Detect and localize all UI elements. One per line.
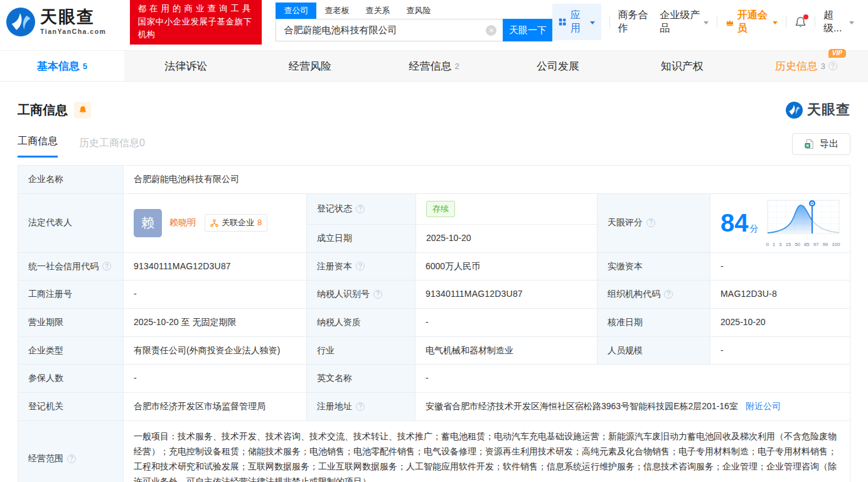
chart-x-axis-ticks: 0 1 3 15 50 85 97 99 100: [766, 242, 840, 247]
org-code-label-cell: 组织机构代码: [597, 281, 710, 308]
slogan-line2: 国家中小企业发展子基金旗下机构: [137, 16, 254, 42]
reg-status-label-cell: 登记状态: [307, 194, 415, 224]
taxpayer-id-value: 91340111MAG12D3U87: [415, 281, 597, 308]
business-term-label: 营业期限: [18, 309, 123, 336]
english-name-label: 英文名称: [306, 365, 415, 392]
help-icon[interactable]: [646, 218, 655, 227]
search-tab-boss[interactable]: 查老板: [316, 3, 357, 19]
apps-label: 应用: [571, 9, 586, 35]
approval-date-label: 核准日期: [597, 309, 710, 336]
reg-address-cell: 安徽省合肥市经济技术开发区海恒社区宿松路3963号智能科技园E栋2层201-16…: [415, 393, 850, 420]
help-icon[interactable]: [356, 402, 365, 411]
tab-intellectual-property[interactable]: 知识产权: [620, 51, 744, 81]
reg-capital-label-cell: 注册资本: [306, 253, 415, 281]
network-icon: [210, 219, 218, 227]
reg-status-cell: 存续: [415, 194, 597, 224]
brand-domain: TianYanCha.com: [40, 28, 106, 35]
credit-code-value: 91340111MAG12D3U87: [123, 253, 306, 281]
score-cell: 84分: [710, 194, 850, 252]
business-scope-value: 一般项目：技术服务、技术开发、技术咨询、技术交流、技术转让、技术推广；蓄电池租赁…: [123, 421, 850, 482]
nearby-companies-link[interactable]: 附近公司: [746, 400, 781, 414]
search-area: 查公司 查老板 查关系 查风险 天眼一下: [276, 3, 552, 41]
apps-grid-icon: [559, 17, 566, 27]
subtab-business-info[interactable]: 工商信息: [18, 135, 58, 158]
org-code-value: MAG12D3U-8: [710, 281, 850, 308]
taxpayer-id-label-cell: 纳税人识别号: [306, 281, 415, 308]
nav-open-vip[interactable]: 开通会员: [726, 9, 778, 35]
slogan-banner: 都在用的商业查询工具 国家中小企业发展子基金旗下机构: [130, 0, 262, 45]
legal-rep-cell: 赖 赖晓明 关联企业 8: [123, 194, 306, 252]
help-icon[interactable]: [102, 262, 111, 270]
business-scope-label-cell: 经营范围: [18, 421, 123, 482]
company-type-value: 有限责任公司(外商投资企业法人独资): [123, 337, 306, 365]
table-row: 工商注册号 - 纳税人识别号 91340111MAG12D3U87 组织机构代码…: [18, 280, 850, 308]
subscribe-bell-button[interactable]: [74, 102, 91, 119]
main-content: 工商信息 天眼查 工商信息 历史工商信息0 导出: [0, 100, 868, 482]
tab-operating-risk[interactable]: 经营风险: [248, 51, 372, 81]
notifications-bell[interactable]: [795, 16, 806, 28]
nav-cooperation[interactable]: 商务合作: [618, 9, 651, 35]
tab-legal-litigation[interactable]: 法律诉讼: [124, 51, 249, 81]
help-icon[interactable]: [356, 262, 365, 270]
staff-size-value: -: [710, 337, 850, 365]
insured-count-value: -: [123, 365, 306, 392]
tab-operating-info[interactable]: 经营信息 2: [372, 51, 496, 81]
tianyancha-watermark: 天眼查: [786, 100, 850, 119]
company-name-label: 企业名称: [18, 166, 123, 193]
credit-code-label-cell: 统一社会信用代码: [18, 253, 123, 281]
bell-icon: [78, 105, 87, 114]
est-date-value: 2025-10-20: [415, 225, 597, 252]
excel-file-icon: [804, 139, 815, 149]
chevron-down-icon: [849, 21, 854, 24]
divider: [609, 16, 610, 28]
user-menu[interactable]: 超级...: [823, 9, 854, 35]
search-tabs: 查公司 查老板 查关系 查风险: [276, 3, 552, 19]
help-icon[interactable]: [67, 454, 76, 463]
business-info-table: 企业名称 合肥蔚能电池科技有限公司 法定代表人 赖 赖晓明 关联企业 8: [18, 165, 850, 482]
status-badge: 存续: [426, 201, 455, 217]
vip-badge: VIP: [828, 49, 846, 58]
help-icon[interactable]: [664, 290, 673, 299]
top-header: 天眼查 TianYanCha.com 都在用的商业查询工具 国家中小企业发展子基…: [0, 0, 868, 44]
paid-capital-value: -: [710, 253, 850, 281]
search-button[interactable]: 天眼一下: [503, 19, 552, 41]
score-value-wrap: 84分: [721, 210, 759, 236]
score-distribution-chart[interactable]: 0 1 3 15 50 85 97 99 100: [766, 198, 842, 247]
search-tab-relation[interactable]: 查关系: [357, 3, 398, 19]
table-row: 参保人数 - 英文名称 -: [18, 364, 850, 392]
taxpayer-quality-value: -: [415, 309, 597, 336]
subtab-history-business-info[interactable]: 历史工商信息0: [79, 137, 145, 158]
brand-name: 天眼查: [40, 9, 106, 26]
business-term-value: 2025-10-20 至 无固定期限: [123, 309, 306, 336]
score-value: 84: [721, 209, 749, 237]
nav-enterprise-products[interactable]: 企业级产品: [660, 9, 709, 35]
related-companies-badge[interactable]: 关联企业 8: [205, 214, 267, 232]
reg-number-value: -: [123, 281, 306, 308]
search-tab-company[interactable]: 查公司: [276, 3, 316, 19]
industry-value: 电气机械和器材制造业: [415, 337, 597, 365]
search-input[interactable]: [276, 19, 503, 41]
slogan-line1: 都在用的商业查询工具: [137, 3, 254, 16]
table-row: 经营范围 一般项目：技术服务、技术开发、技术咨询、技术交流、技术转让、技术推广；…: [18, 420, 850, 482]
tab-company-development[interactable]: 公司发展: [496, 51, 620, 81]
registry-authority-value: 合肥市经济开发区市场监督管理局: [123, 393, 306, 420]
header-nav: 应用 商务合作 企业级产品 开通会员: [552, 4, 854, 40]
reg-number-label: 工商注册号: [18, 281, 123, 308]
search-tab-risk[interactable]: 查风险: [398, 3, 439, 19]
crown-icon: [726, 17, 734, 28]
help-icon[interactable]: [828, 62, 837, 70]
company-name-value: 合肥蔚能电池科技有限公司: [123, 166, 850, 193]
help-icon[interactable]: [373, 290, 382, 299]
legal-rep-label: 法定代表人: [18, 194, 123, 252]
industry-label: 行业: [306, 337, 415, 365]
export-button[interactable]: 导出: [792, 133, 850, 155]
tab-basic-info[interactable]: 基本信息 5: [0, 51, 124, 81]
apps-menu[interactable]: 应用: [552, 4, 601, 40]
section-title: 工商信息: [18, 102, 68, 119]
help-icon[interactable]: [356, 205, 365, 213]
legal-rep-avatar[interactable]: 赖: [134, 209, 162, 237]
legal-rep-name-link[interactable]: 赖晓明: [169, 216, 196, 230]
chevron-down-icon: [704, 21, 709, 24]
tab-history-info[interactable]: VIP 历史信息 3: [744, 51, 868, 81]
tianyancha-logo[interactable]: 天眼查 TianYanCha.com: [6, 8, 106, 36]
